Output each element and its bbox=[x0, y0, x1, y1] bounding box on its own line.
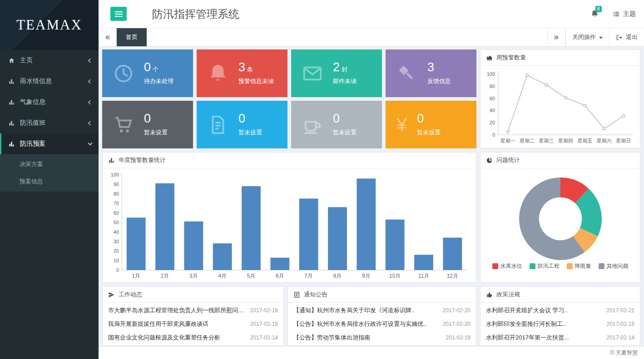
svg-text:30: 30 bbox=[114, 239, 119, 244]
chevron-left-icon bbox=[88, 79, 93, 84]
tab-actions: 关闭操作 退出 bbox=[547, 28, 644, 46]
tile-value: 0 bbox=[417, 113, 441, 125]
work-news-panel: 工作动态 市大鹏半岛水源工程管理处负责人到一线部所慰问新春 2017-02-18… bbox=[102, 286, 284, 346]
theme-button[interactable]: 主题 bbox=[613, 10, 636, 18]
bottom-panels: 工作动态 市大鹏半岛水源工程管理处负责人到一线部所慰问新春 2017-02-18… bbox=[102, 286, 640, 342]
bar-chart-icon bbox=[8, 120, 15, 127]
tile-unset-1[interactable]: 0 暂未设置 bbox=[102, 101, 193, 148]
legend-item-reservoir[interactable]: 水库水位 bbox=[492, 262, 522, 270]
legend-item-other[interactable]: 其他问题 bbox=[599, 262, 629, 270]
svg-text:50: 50 bbox=[114, 220, 119, 225]
chevron-down-icon bbox=[88, 141, 93, 146]
legend-item-flood-project[interactable]: 防汛工程 bbox=[530, 262, 560, 270]
tile-value: 0 bbox=[238, 113, 262, 125]
close-operations-label: 关闭操作 bbox=[572, 33, 596, 41]
list-item[interactable]: 国有企业文化问题根源及文化重塑任务分析 2017-02-14 bbox=[103, 331, 283, 344]
list-item[interactable]: 【通知】杭州市水务局关于印发《河道标识牌.. 2017-02-20 bbox=[288, 304, 476, 317]
legend-item-rainfall[interactable]: 降雨量 bbox=[567, 262, 591, 270]
list-item[interactable]: 水利部召开党组扩大会议 学习.. 2017-02-21 bbox=[481, 304, 640, 317]
tile-unset-2[interactable]: 0 暂未设置 bbox=[197, 101, 287, 148]
svg-text:10月: 10月 bbox=[389, 273, 401, 279]
tile-warnings-unread[interactable]: 3条 预警信息未读 bbox=[197, 49, 287, 97]
thumbs-up-icon bbox=[486, 291, 493, 298]
sidebar: TEAMAX 主页 雨水情信息 气象信息 防汛值班 bbox=[0, 0, 99, 359]
sidebar-item-rainwater-info[interactable]: 雨水情信息 bbox=[0, 71, 99, 92]
svg-text:90: 90 bbox=[114, 182, 119, 187]
sidebar-item-label: 气象信息 bbox=[20, 98, 45, 106]
svg-text:2月: 2月 bbox=[161, 273, 169, 279]
tile-label: 预警信息未读 bbox=[238, 77, 274, 85]
sidebar-item-home[interactable]: 主页 bbox=[0, 50, 99, 71]
svg-text:60: 60 bbox=[114, 210, 119, 216]
sidebar-menu: 主页 雨水情信息 气象信息 防汛值班 防汛预案 bbox=[0, 50, 99, 154]
tile-todo[interactable]: 0个 待办未处理 bbox=[102, 49, 193, 97]
coffee-icon bbox=[302, 114, 323, 135]
bar-chart-icon bbox=[8, 99, 15, 106]
svg-text:4月: 4月 bbox=[218, 273, 227, 279]
panel-header: 政策法规 bbox=[481, 287, 640, 303]
policies-panel: 政策法规 水利部召开党组扩大会议 学习.. 2017-02-21 水利部印发全面… bbox=[480, 286, 640, 346]
panel-title: 周预警数量 bbox=[496, 54, 526, 62]
svg-text:80: 80 bbox=[490, 83, 495, 89]
tile-label: 暂未设置 bbox=[238, 128, 262, 137]
home-icon bbox=[8, 57, 15, 64]
pie-chart-icon bbox=[486, 157, 493, 164]
item-date: 2017-02-15 bbox=[250, 321, 278, 327]
tabs-scroll-right-button[interactable] bbox=[547, 28, 565, 46]
tile-value: 3条 bbox=[238, 61, 274, 74]
tabs-scroll-left-button[interactable] bbox=[99, 28, 117, 46]
legend-swatch bbox=[492, 263, 498, 269]
notifications-button[interactable]: 8 bbox=[590, 10, 599, 18]
sidebar-subitem-decision-plan[interactable]: 决策方案 bbox=[0, 156, 99, 173]
svg-text:8月: 8月 bbox=[333, 273, 342, 279]
list-item[interactable]: 我局开展新提拔任用干部党风廉政谈话 2017-02-15 bbox=[103, 317, 283, 331]
chevron-left-icon bbox=[88, 58, 93, 63]
svg-text:星期二: 星期二 bbox=[520, 138, 535, 143]
theme-icon bbox=[613, 10, 620, 18]
close-operations-dropdown[interactable]: 关闭操作 bbox=[565, 28, 609, 46]
envelope-icon bbox=[302, 63, 323, 84]
legend-swatch bbox=[567, 263, 573, 269]
tile-unset-3[interactable]: 0 暂未设置 bbox=[291, 101, 382, 148]
logout-button[interactable]: 退出 bbox=[609, 28, 644, 46]
svg-text:80: 80 bbox=[114, 191, 119, 197]
svg-text:9月: 9月 bbox=[362, 273, 371, 279]
item-date: 2017-02-20 bbox=[443, 321, 471, 327]
svg-text:60: 60 bbox=[490, 95, 495, 101]
panel-title: 年度预警数量统计 bbox=[119, 156, 166, 164]
svg-text:11月: 11月 bbox=[418, 273, 429, 279]
tile-label: 待办未处理 bbox=[144, 77, 173, 85]
sidebar-subitem-plan-info[interactable]: 预案信息 bbox=[0, 173, 99, 190]
tile-unset-4[interactable]: ¥ 0 暂未设置 bbox=[386, 101, 476, 148]
item-date: 2017-02-14 bbox=[607, 334, 634, 341]
tile-feedback[interactable]: 3 反馈信息 bbox=[386, 49, 476, 97]
list-item[interactable]: 【公告】劳动节集体出游指南 201-02-19 bbox=[288, 331, 476, 344]
sidebar-item-flood-duty[interactable]: 防汛值班 bbox=[0, 113, 99, 133]
tab-bar: 首页 关闭操作 退出 bbox=[99, 28, 644, 47]
tab-home[interactable]: 首页 bbox=[117, 28, 147, 46]
sidebar-item-label: 主页 bbox=[20, 56, 33, 64]
panel-header: 周预警数量 bbox=[481, 50, 640, 66]
item-date: 2017-02-21 bbox=[607, 307, 634, 314]
item-date: 2017-02-18 bbox=[250, 307, 278, 314]
panel-title: 问题统计 bbox=[496, 156, 520, 164]
panel-title: 政策法规 bbox=[496, 290, 520, 299]
panel-title: 通知公告 bbox=[304, 290, 327, 299]
header-actions: 8 主题 bbox=[590, 10, 636, 18]
list-item[interactable]: 【公告】杭州市水务局排水行政许可设置与实施优.. 2017-02-20 bbox=[288, 317, 476, 331]
sidebar-toggle-button[interactable] bbox=[110, 7, 127, 21]
tile-label: 邮件未读 bbox=[333, 77, 357, 85]
list-item[interactable]: 水利部印发全面推行河长制工.. 2017-02-15 bbox=[481, 317, 640, 331]
sidebar-item-flood-plan[interactable]: 防汛预案 bbox=[0, 133, 99, 154]
sidebar-item-label: 防汛预案 bbox=[20, 140, 45, 148]
list-item[interactable]: 水利部召开2017年第一次扶贫... 2017-02-14 bbox=[481, 331, 640, 344]
tile-label: 暂未设置 bbox=[144, 128, 168, 137]
svg-text:星期五: 星期五 bbox=[577, 138, 592, 143]
sidebar-submenu: 决策方案 预案信息 bbox=[0, 154, 99, 192]
tile-mail-unread[interactable]: 2封 邮件未读 bbox=[291, 49, 382, 97]
app-root: TEAMAX 主页 雨水情信息 气象信息 防汛值班 bbox=[0, 0, 644, 359]
list-item[interactable]: 市大鹏半岛水源工程管理处负责人到一线部所慰问新春 2017-02-18 bbox=[103, 304, 283, 317]
pie-legend: 水库水位 防汛工程 降雨量 其他问题 bbox=[492, 262, 629, 270]
double-chevron-right-icon bbox=[553, 34, 560, 41]
sidebar-item-weather-info[interactable]: 气象信息 bbox=[0, 92, 99, 113]
